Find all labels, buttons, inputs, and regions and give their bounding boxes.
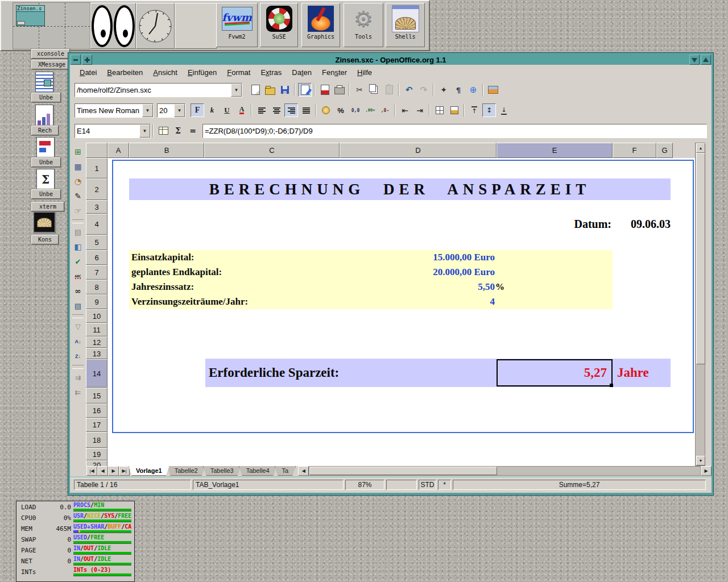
print-button[interactable] (333, 83, 346, 97)
panel-button-fvwm2[interactable]: fvwmFvwm2 (216, 3, 258, 47)
sheet-tab-tabelle4[interactable]: Tabelle4 (239, 466, 277, 476)
sheet-canvas[interactable]: BERECHNUNG DER ANSPARZEIT Datum: 09.06.0… (107, 158, 695, 466)
percent-button[interactable] (334, 103, 348, 117)
new-document-button[interactable] (249, 83, 262, 97)
sheet-tab-ta[interactable]: Ta (275, 466, 296, 476)
save-button[interactable] (278, 83, 292, 97)
row-header-9[interactable]: 9 (86, 294, 107, 309)
icon-label-xconsole-0[interactable]: xconsole (31, 49, 70, 59)
url-dropdown-icon[interactable]: ▼ (231, 84, 242, 97)
url-combobox[interactable]: ▼ (75, 83, 242, 97)
data-sources-button[interactable] (71, 299, 85, 313)
previous-sheet-button[interactable]: ◀ (97, 466, 108, 476)
edit-file-button[interactable] (298, 83, 312, 97)
find-replace-button[interactable] (71, 284, 85, 298)
align-center-button[interactable] (270, 103, 283, 117)
hyperlink-button[interactable] (466, 83, 480, 97)
status-sheet-position[interactable]: Tabelle 1 / 16 (74, 480, 191, 490)
menu-item-daten[interactable]: Daten (287, 66, 317, 78)
status-insert-mode[interactable] (386, 480, 417, 490)
remove-decimal-button[interactable] (378, 103, 392, 117)
auto-spellcheck-button[interactable] (71, 269, 85, 283)
navigator-button[interactable] (437, 83, 450, 97)
cut-button[interactable] (353, 83, 366, 97)
standard-format-button[interactable] (349, 103, 362, 117)
function-wizard-button[interactable] (156, 124, 170, 138)
underline-button[interactable] (220, 103, 234, 117)
row-header-10[interactable]: 10 (86, 309, 107, 323)
url-input[interactable] (75, 84, 231, 97)
sort-ascending-button[interactable] (71, 335, 85, 348)
formula-input[interactable] (203, 124, 706, 138)
row-header-4[interactable]: 4 (86, 214, 107, 235)
function-button[interactable] (186, 124, 200, 138)
maximize-button[interactable] (701, 55, 711, 65)
row-header-19[interactable]: 19 (86, 448, 107, 460)
menu-item-extras[interactable]: Extras (255, 66, 287, 78)
window-sticky-button[interactable] (82, 55, 92, 65)
calc-document-icon[interactable] (35, 105, 53, 126)
cell-reference-input[interactable] (75, 124, 139, 138)
scroll-up-button[interactable]: ▲ (696, 143, 705, 153)
font-name-input[interactable] (75, 104, 142, 117)
font-size-input[interactable] (158, 104, 174, 117)
column-header-a[interactable]: A (107, 143, 129, 158)
column-header-g[interactable]: G (656, 143, 673, 158)
form-functions-button[interactable] (71, 204, 85, 218)
result-unit-cell[interactable]: Jahre (617, 359, 649, 386)
spellcheck-button[interactable] (71, 255, 85, 268)
hscroll-left-button[interactable]: ◀ (298, 466, 309, 476)
font-color-button[interactable] (235, 103, 249, 117)
next-sheet-button[interactable]: ▶ (108, 466, 119, 476)
scroll-down-button[interactable]: ▼ (696, 456, 705, 465)
row-header-13[interactable]: 13 (86, 348, 107, 359)
ungroup-button[interactable] (71, 385, 85, 399)
row-header-16[interactable]: 16 (86, 404, 107, 418)
sheet-tab-tabelle3[interactable]: Tabelle3 (203, 466, 241, 476)
xeyes-applet[interactable] (90, 3, 136, 49)
group-button[interactable] (71, 371, 85, 384)
status-modified-flag[interactable]: * (438, 480, 451, 490)
theme-selection-button[interactable] (71, 240, 85, 253)
font-name-dropdown-icon[interactable]: ▼ (142, 104, 153, 117)
undo-button[interactable] (402, 83, 416, 97)
status-sum[interactable]: Summe=5,27 (453, 480, 706, 490)
bold-button[interactable] (191, 103, 204, 117)
row-header-11[interactable]: 11 (86, 323, 107, 336)
row-header-17[interactable]: 17 (86, 418, 107, 432)
field-row-1[interactable]: geplantes Endkapital:20.000,00 Euro (129, 265, 613, 280)
sum-button[interactable] (171, 124, 185, 138)
menu-item-ansicht[interactable]: Ansicht (148, 66, 183, 78)
align-right-button[interactable] (284, 103, 298, 117)
field-row-2[interactable]: Jahreszinssatz:5,50% (129, 280, 613, 294)
copy-button[interactable] (367, 83, 381, 97)
xclock-applet[interactable] (136, 3, 175, 49)
column-header-e[interactable]: E (497, 143, 613, 158)
row-header-18[interactable]: 18 (86, 432, 107, 448)
currency-button[interactable] (319, 103, 333, 117)
input-field-block[interactable]: Einsatzkapital:15.000,00 Eurogeplantes E… (129, 250, 613, 309)
decrease-indent-button[interactable] (398, 103, 412, 117)
konsole-icon[interactable] (33, 211, 56, 233)
row-header-7[interactable]: 7 (86, 265, 107, 280)
row-header-1[interactable]: 1 (86, 158, 107, 178)
iconify-button[interactable] (689, 55, 700, 65)
column-header-c[interactable]: C (204, 143, 340, 158)
result-label-cell[interactable]: Erforderliche Sparzeit: (209, 359, 339, 387)
increase-indent-button[interactable] (413, 103, 427, 117)
window-titlebar[interactable]: Zinsen.sxc - OpenOffice.org 1.1 (70, 55, 712, 65)
menu-item-einfgen[interactable]: Einfügen (183, 66, 222, 78)
vertical-scroll-thumb[interactable] (696, 153, 705, 364)
status-selection-mode[interactable]: STD (419, 480, 436, 490)
status-zoom[interactable]: 87% (345, 480, 384, 490)
row-header-14[interactable]: 14 (86, 359, 107, 388)
icon-label-kons-7[interactable]: Kons (31, 235, 59, 244)
borders-button[interactable] (433, 103, 446, 117)
selection-handle[interactable] (610, 384, 613, 387)
math-document-icon[interactable]: Σ (36, 169, 55, 190)
horizontal-scroll-thumb[interactable] (309, 467, 497, 475)
menu-item-fenster[interactable]: Fenster (317, 66, 352, 78)
align-top-button[interactable] (468, 103, 481, 117)
horizontal-scrollbar[interactable] (309, 466, 701, 476)
background-color-button[interactable] (448, 103, 461, 117)
